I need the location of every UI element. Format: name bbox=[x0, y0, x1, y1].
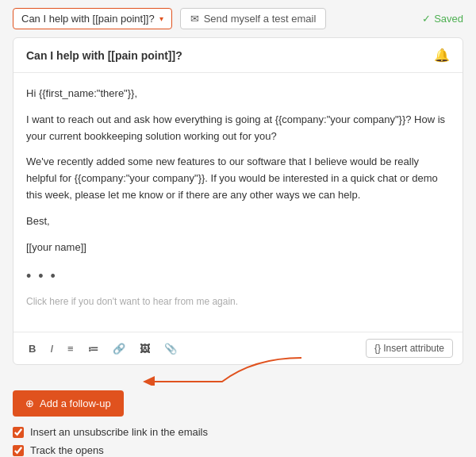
saved-indicator: ✓ Saved bbox=[422, 13, 463, 25]
chevron-down-icon: ▾ bbox=[159, 14, 163, 23]
bold-button[interactable]: B bbox=[23, 340, 41, 358]
subject-dropdown-label: Can I help with [[pain point]]? bbox=[21, 13, 155, 25]
unsubscribe-line: Click here if you don't want to hear fro… bbox=[26, 294, 450, 309]
opens-checkbox[interactable] bbox=[13, 445, 24, 456]
unordered-list-button[interactable]: ≡ bbox=[62, 340, 79, 358]
italic-button[interactable]: I bbox=[44, 340, 59, 358]
email-body[interactable]: Hi {{first_name:"there"}}, I want to rea… bbox=[13, 73, 463, 332]
add-follow-up-label: Add a follow-up bbox=[40, 397, 111, 409]
dots-separator: • • • bbox=[26, 265, 450, 288]
unsubscribe-text: if you don't want to hear from me again. bbox=[71, 296, 238, 307]
follow-up-section: ⊕ Add a follow-up bbox=[0, 378, 476, 423]
signature-name: [[your name]] bbox=[26, 240, 450, 256]
unordered-list-icon: ≡ bbox=[67, 343, 74, 355]
body-line-1: Hi {{first_name:"there"}}, bbox=[26, 86, 450, 102]
envelope-icon: ✉ bbox=[190, 13, 199, 25]
opens-checkbox-label: Track the opens bbox=[30, 444, 104, 456]
email-header: Can I help with [[pain point]]? 🔔 bbox=[13, 38, 463, 73]
body-line-2: I want to reach out and ask how everythi… bbox=[26, 112, 450, 145]
email-subject: Can I help with [[pain point]]? bbox=[26, 49, 182, 62]
signature-best: Best, bbox=[26, 213, 450, 230]
insert-attribute-button[interactable]: {} Insert attribute bbox=[366, 339, 453, 358]
svg-marker-0 bbox=[143, 376, 155, 386]
checkbox-unsubscribe: Insert an unsubscribe link in the emails bbox=[13, 426, 463, 438]
email-card: Can I help with [[pain point]]? 🔔 Hi {{f… bbox=[13, 37, 463, 365]
unsubscribe-checkbox[interactable] bbox=[13, 427, 24, 438]
ordered-list-icon: ≔ bbox=[88, 343, 98, 355]
unsubscribe-link[interactable]: Click here bbox=[26, 296, 68, 307]
unsubscribe-checkbox-label: Insert an unsubscribe link in the emails bbox=[30, 426, 208, 438]
plus-circle-icon: ⊕ bbox=[25, 397, 34, 409]
add-follow-up-button[interactable]: ⊕ Add a follow-up bbox=[13, 390, 124, 417]
checkbox-opens: Track the opens bbox=[13, 444, 463, 456]
arrow-indicator bbox=[127, 354, 301, 386]
ordered-list-button[interactable]: ≔ bbox=[83, 340, 104, 358]
top-bar: Can I help with [[pain point]]? ▾ ✉ Send… bbox=[0, 0, 476, 37]
check-icon: ✓ bbox=[422, 13, 431, 25]
image-icon: 🖼 bbox=[140, 343, 150, 355]
test-email-button[interactable]: ✉ Send myself a test email bbox=[180, 8, 327, 29]
test-email-label: Send myself a test email bbox=[204, 13, 317, 25]
subject-dropdown[interactable]: Can I help with [[pain point]]? ▾ bbox=[13, 8, 172, 29]
saved-text: Saved bbox=[434, 13, 463, 25]
body-line-3: We've recently added some new features t… bbox=[26, 154, 450, 203]
paperclip-icon: 📎 bbox=[164, 343, 177, 355]
checkboxes-section: Insert an unsubscribe link in the emails… bbox=[0, 423, 476, 457]
link-icon: 🔗 bbox=[113, 343, 125, 355]
lightbulb-icon: 🔔 bbox=[434, 48, 450, 63]
